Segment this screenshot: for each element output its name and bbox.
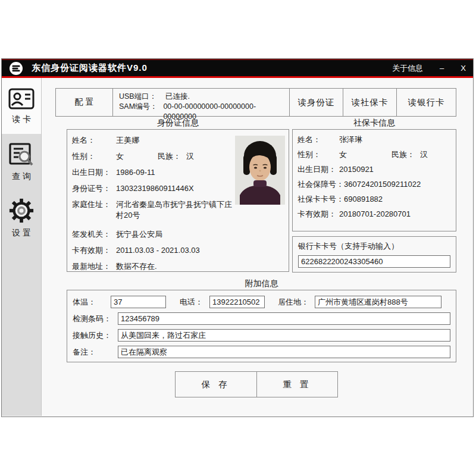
additional-info-panel: 体温： 电话： 居住地： 检测条码： 接触历史： 备注： (67, 290, 456, 362)
window-title: 东信身份证阅读器软件V9.0 (32, 62, 148, 74)
id-number-label: 身份证号： (72, 183, 116, 194)
read-id-card-button[interactable]: 读身份证 (289, 89, 343, 116)
close-button[interactable]: X (461, 64, 466, 73)
residence-label: 居住地： (278, 297, 315, 308)
id-birth-label: 出生日期： (72, 167, 116, 178)
contact-history-label: 接触历史： (73, 330, 118, 341)
bank-card-number-input[interactable] (298, 255, 450, 268)
additional-section-title: 附加信息 (67, 278, 456, 289)
soc-validity-value: 20180701-20280701 (339, 209, 411, 220)
remark-input[interactable] (118, 346, 450, 358)
id-card-icon (8, 87, 35, 110)
soc-ethnic-value: 汉 (420, 149, 428, 160)
sidebar-item-query[interactable]: 查 询 (2, 134, 41, 190)
read-bank-card-button[interactable]: 读银行卡 (396, 89, 456, 116)
id-latest-address-label: 最新地址： (72, 261, 116, 272)
soc-gender-value: 女 (339, 149, 392, 160)
soc-birth-value: 20150921 (339, 164, 374, 175)
sidebar-item-label: 查 询 (12, 171, 31, 182)
soc-validity-label: 卡有效期： (298, 209, 339, 220)
app-window: 东信身份证阅读器软件V9.0 关于信息 – X 读 卡 (1, 58, 474, 417)
social-card-panel: 姓名： 张泽琳 性别： 女 民族： 汉 出生日期： 20150921 社会保障号… (292, 129, 456, 231)
sidebar: 读 卡 查 询 (2, 78, 42, 416)
contact-history-input[interactable] (118, 329, 450, 342)
id-gender-label: 性别： (72, 151, 116, 162)
id-name-value: 王美娜 (116, 135, 139, 146)
id-birth-value: 1986-09-11 (116, 167, 155, 178)
barcode-label: 检测条码： (73, 314, 118, 324)
sidebar-item-label: 读 卡 (12, 114, 31, 125)
soc-name-value: 张泽琳 (339, 134, 362, 145)
toolbar: 配 置 USB端口： 已连接. SAM编号： 00-00-00000000-00… (55, 88, 456, 117)
titlebar: 东信身份证阅读器软件V9.0 关于信息 – X (2, 59, 473, 78)
soc-ethnic-label: 民族： (392, 149, 420, 160)
id-gender-value: 女 (116, 151, 158, 162)
soc-name-label: 姓名： (298, 134, 339, 145)
id-card-panel: 姓名： 王美娜 性别： 女 民族： 汉 出生日期： 1986-09-11 身份证… (67, 129, 289, 272)
sidebar-item-settings[interactable]: 设 置 (2, 190, 41, 246)
sidebar-item-label: 设 置 (12, 228, 31, 239)
temperature-input[interactable] (111, 296, 166, 308)
read-social-card-button[interactable]: 读社保卡 (343, 89, 396, 116)
id-address-value: 河北省秦皇岛市抚宁县抚宁镇下庄村20号 (116, 199, 238, 221)
id-card-section-title: 身份证信息 (67, 118, 289, 129)
soc-gender-label: 性别： (298, 149, 339, 160)
usb-port-status: 已连接. (165, 92, 190, 102)
remark-label: 备注： (73, 347, 118, 358)
id-issuer-value: 抚宁县公安局 (116, 229, 162, 240)
id-address-label: 家庭住址： (72, 199, 116, 221)
id-validity-value: 2011.03.03 - 2021.03.03 (116, 245, 200, 256)
soc-cardnum-value: 690891882 (344, 194, 383, 205)
usb-port-label: USB端口： (119, 92, 165, 102)
id-validity-label: 卡有效期： (72, 245, 116, 256)
reset-button[interactable]: 重 置 (257, 372, 338, 397)
connection-info: USB端口： 已连接. SAM编号： 00-00-00000000-000000… (113, 89, 289, 116)
bank-card-label: 银行卡卡号（支持手动输入） (298, 241, 450, 252)
id-ethnic-value: 汉 (186, 151, 194, 162)
barcode-input[interactable] (118, 312, 450, 325)
temperature-label: 体温： (73, 297, 111, 308)
app-logo-icon (9, 61, 23, 76)
soc-birth-label: 出生日期： (298, 164, 339, 175)
minimize-button[interactable]: – (440, 64, 444, 73)
save-button[interactable]: 保 存 (176, 372, 257, 397)
phone-input[interactable] (209, 296, 265, 308)
id-name-label: 姓名： (72, 135, 116, 146)
residence-input[interactable] (315, 296, 441, 308)
search-doc-icon (8, 142, 35, 167)
sidebar-item-read-card[interactable]: 读 卡 (2, 78, 41, 134)
action-buttons: 保 存 重 置 (175, 371, 338, 397)
id-latest-address-value: 数据不存在. (116, 261, 157, 272)
gear-icon (8, 198, 35, 224)
soc-ssn-label: 社会保障号： (298, 179, 344, 190)
id-number-value: 13032319860911446X (116, 183, 194, 194)
about-button[interactable]: 关于信息 (392, 63, 423, 74)
id-ethnic-label: 民族： (158, 151, 186, 162)
soc-cardnum-label: 社保卡卡号： (298, 194, 344, 205)
social-card-section-title: 社保卡信息 (292, 118, 456, 129)
content-area: 配 置 USB端口： 已连接. SAM编号： 00-00-00000000-00… (42, 78, 473, 416)
config-button[interactable]: 配 置 (56, 89, 113, 116)
id-photo (235, 136, 285, 205)
phone-label: 电话： (180, 297, 209, 308)
id-issuer-label: 签发机关： (72, 229, 116, 240)
soc-ssn-value: 360724201509211022 (344, 179, 421, 190)
bank-card-panel: 银行卡卡号（支持手动输入） (292, 236, 456, 273)
